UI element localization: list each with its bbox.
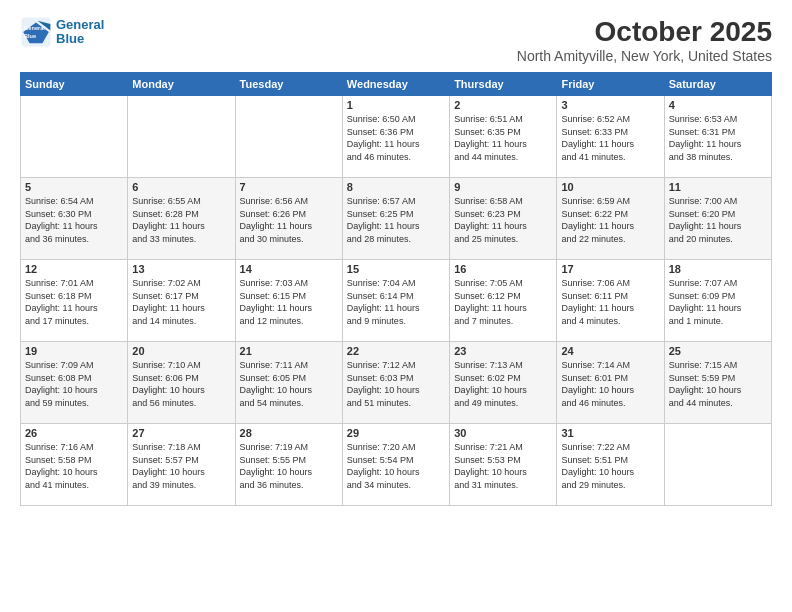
calendar-cell: 9Sunrise: 6:58 AM Sunset: 6:23 PM Daylig…: [450, 178, 557, 260]
cell-content: Sunrise: 7:07 AM Sunset: 6:09 PM Dayligh…: [669, 277, 767, 327]
logo: General Blue General Blue: [20, 16, 104, 48]
day-number: 30: [454, 427, 552, 439]
cell-content: Sunrise: 7:19 AM Sunset: 5:55 PM Dayligh…: [240, 441, 338, 491]
calendar-cell: [21, 96, 128, 178]
calendar-week-2: 5Sunrise: 6:54 AM Sunset: 6:30 PM Daylig…: [21, 178, 772, 260]
cell-content: Sunrise: 6:51 AM Sunset: 6:35 PM Dayligh…: [454, 113, 552, 163]
calendar-cell: 2Sunrise: 6:51 AM Sunset: 6:35 PM Daylig…: [450, 96, 557, 178]
cell-content: Sunrise: 6:55 AM Sunset: 6:28 PM Dayligh…: [132, 195, 230, 245]
calendar-cell: 14Sunrise: 7:03 AM Sunset: 6:15 PM Dayli…: [235, 260, 342, 342]
day-number: 16: [454, 263, 552, 275]
day-number: 28: [240, 427, 338, 439]
calendar-subtitle: North Amityville, New York, United State…: [517, 48, 772, 64]
day-number: 6: [132, 181, 230, 193]
calendar-cell: 16Sunrise: 7:05 AM Sunset: 6:12 PM Dayli…: [450, 260, 557, 342]
calendar-cell: 4Sunrise: 6:53 AM Sunset: 6:31 PM Daylig…: [664, 96, 771, 178]
cell-content: Sunrise: 7:18 AM Sunset: 5:57 PM Dayligh…: [132, 441, 230, 491]
cell-content: Sunrise: 6:59 AM Sunset: 6:22 PM Dayligh…: [561, 195, 659, 245]
calendar-cell: 30Sunrise: 7:21 AM Sunset: 5:53 PM Dayli…: [450, 424, 557, 506]
day-number: 18: [669, 263, 767, 275]
logo-text: General Blue: [56, 18, 104, 47]
calendar-cell: [664, 424, 771, 506]
calendar-cell: 6Sunrise: 6:55 AM Sunset: 6:28 PM Daylig…: [128, 178, 235, 260]
page: General Blue General Blue October 2025 N…: [0, 0, 792, 612]
cell-content: Sunrise: 7:10 AM Sunset: 6:06 PM Dayligh…: [132, 359, 230, 409]
calendar-cell: 19Sunrise: 7:09 AM Sunset: 6:08 PM Dayli…: [21, 342, 128, 424]
logo-line2: Blue: [56, 32, 104, 46]
cell-content: Sunrise: 7:21 AM Sunset: 5:53 PM Dayligh…: [454, 441, 552, 491]
cell-content: Sunrise: 7:02 AM Sunset: 6:17 PM Dayligh…: [132, 277, 230, 327]
calendar-header: Sunday Monday Tuesday Wednesday Thursday…: [21, 73, 772, 96]
cell-content: Sunrise: 6:56 AM Sunset: 6:26 PM Dayligh…: [240, 195, 338, 245]
calendar-week-4: 19Sunrise: 7:09 AM Sunset: 6:08 PM Dayli…: [21, 342, 772, 424]
day-number: 4: [669, 99, 767, 111]
cell-content: Sunrise: 6:52 AM Sunset: 6:33 PM Dayligh…: [561, 113, 659, 163]
cell-content: Sunrise: 6:58 AM Sunset: 6:23 PM Dayligh…: [454, 195, 552, 245]
cell-content: Sunrise: 7:22 AM Sunset: 5:51 PM Dayligh…: [561, 441, 659, 491]
calendar-week-3: 12Sunrise: 7:01 AM Sunset: 6:18 PM Dayli…: [21, 260, 772, 342]
cell-content: Sunrise: 7:15 AM Sunset: 5:59 PM Dayligh…: [669, 359, 767, 409]
calendar-cell: [128, 96, 235, 178]
day-number: 26: [25, 427, 123, 439]
header-sunday: Sunday: [21, 73, 128, 96]
calendar-cell: 18Sunrise: 7:07 AM Sunset: 6:09 PM Dayli…: [664, 260, 771, 342]
calendar-cell: 12Sunrise: 7:01 AM Sunset: 6:18 PM Dayli…: [21, 260, 128, 342]
calendar-cell: 15Sunrise: 7:04 AM Sunset: 6:14 PM Dayli…: [342, 260, 449, 342]
calendar-cell: 21Sunrise: 7:11 AM Sunset: 6:05 PM Dayli…: [235, 342, 342, 424]
day-number: 5: [25, 181, 123, 193]
svg-text:Blue: Blue: [24, 33, 36, 39]
logo-line1: General: [56, 18, 104, 32]
cell-content: Sunrise: 7:11 AM Sunset: 6:05 PM Dayligh…: [240, 359, 338, 409]
day-number: 25: [669, 345, 767, 357]
cell-content: Sunrise: 6:54 AM Sunset: 6:30 PM Dayligh…: [25, 195, 123, 245]
day-number: 13: [132, 263, 230, 275]
header-saturday: Saturday: [664, 73, 771, 96]
day-number: 14: [240, 263, 338, 275]
day-number: 29: [347, 427, 445, 439]
calendar-cell: 25Sunrise: 7:15 AM Sunset: 5:59 PM Dayli…: [664, 342, 771, 424]
day-number: 19: [25, 345, 123, 357]
day-number: 24: [561, 345, 659, 357]
header-friday: Friday: [557, 73, 664, 96]
calendar-cell: 3Sunrise: 6:52 AM Sunset: 6:33 PM Daylig…: [557, 96, 664, 178]
calendar-cell: 23Sunrise: 7:13 AM Sunset: 6:02 PM Dayli…: [450, 342, 557, 424]
day-number: 7: [240, 181, 338, 193]
cell-content: Sunrise: 6:53 AM Sunset: 6:31 PM Dayligh…: [669, 113, 767, 163]
calendar-cell: 10Sunrise: 6:59 AM Sunset: 6:22 PM Dayli…: [557, 178, 664, 260]
cell-content: Sunrise: 7:12 AM Sunset: 6:03 PM Dayligh…: [347, 359, 445, 409]
day-number: 27: [132, 427, 230, 439]
day-number: 15: [347, 263, 445, 275]
calendar-cell: 11Sunrise: 7:00 AM Sunset: 6:20 PM Dayli…: [664, 178, 771, 260]
cell-content: Sunrise: 7:04 AM Sunset: 6:14 PM Dayligh…: [347, 277, 445, 327]
calendar-cell: 29Sunrise: 7:20 AM Sunset: 5:54 PM Dayli…: [342, 424, 449, 506]
day-number: 12: [25, 263, 123, 275]
header: General Blue General Blue October 2025 N…: [20, 16, 772, 64]
calendar-cell: [235, 96, 342, 178]
header-row: Sunday Monday Tuesday Wednesday Thursday…: [21, 73, 772, 96]
calendar-cell: 13Sunrise: 7:02 AM Sunset: 6:17 PM Dayli…: [128, 260, 235, 342]
calendar-cell: 17Sunrise: 7:06 AM Sunset: 6:11 PM Dayli…: [557, 260, 664, 342]
day-number: 22: [347, 345, 445, 357]
day-number: 2: [454, 99, 552, 111]
calendar-cell: 22Sunrise: 7:12 AM Sunset: 6:03 PM Dayli…: [342, 342, 449, 424]
title-block: October 2025 North Amityville, New York,…: [517, 16, 772, 64]
cell-content: Sunrise: 7:03 AM Sunset: 6:15 PM Dayligh…: [240, 277, 338, 327]
calendar-cell: 7Sunrise: 6:56 AM Sunset: 6:26 PM Daylig…: [235, 178, 342, 260]
cell-content: Sunrise: 6:57 AM Sunset: 6:25 PM Dayligh…: [347, 195, 445, 245]
svg-text:General: General: [24, 25, 45, 31]
calendar-body: 1Sunrise: 6:50 AM Sunset: 6:36 PM Daylig…: [21, 96, 772, 506]
cell-content: Sunrise: 7:01 AM Sunset: 6:18 PM Dayligh…: [25, 277, 123, 327]
day-number: 8: [347, 181, 445, 193]
day-number: 1: [347, 99, 445, 111]
day-number: 17: [561, 263, 659, 275]
header-monday: Monday: [128, 73, 235, 96]
day-number: 9: [454, 181, 552, 193]
calendar-week-5: 26Sunrise: 7:16 AM Sunset: 5:58 PM Dayli…: [21, 424, 772, 506]
cell-content: Sunrise: 7:05 AM Sunset: 6:12 PM Dayligh…: [454, 277, 552, 327]
calendar-cell: 31Sunrise: 7:22 AM Sunset: 5:51 PM Dayli…: [557, 424, 664, 506]
calendar-table: Sunday Monday Tuesday Wednesday Thursday…: [20, 72, 772, 506]
calendar-cell: 1Sunrise: 6:50 AM Sunset: 6:36 PM Daylig…: [342, 96, 449, 178]
day-number: 3: [561, 99, 659, 111]
calendar-cell: 8Sunrise: 6:57 AM Sunset: 6:25 PM Daylig…: [342, 178, 449, 260]
calendar-cell: 26Sunrise: 7:16 AM Sunset: 5:58 PM Dayli…: [21, 424, 128, 506]
